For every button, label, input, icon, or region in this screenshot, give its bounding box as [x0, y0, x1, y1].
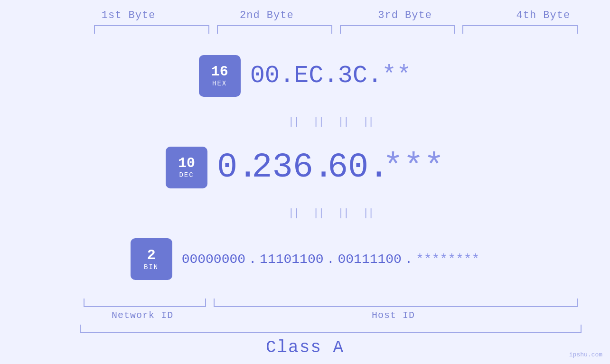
byte-header-2: 2nd Byte — [197, 9, 336, 25]
dec-val-4: *** — [383, 148, 444, 187]
eq-2-1: || — [288, 207, 299, 219]
hex-sep-3: . — [367, 62, 382, 90]
bracket-bottom-host — [214, 299, 578, 307]
bin-badge-label: BIN — [144, 263, 159, 271]
class-label: Class A — [28, 338, 582, 357]
network-id-label: Network ID — [80, 310, 205, 321]
dec-val-3: 60 — [328, 148, 368, 187]
byte-header-4: 4th Byte — [474, 9, 610, 25]
hex-badge-label: HEX — [212, 80, 227, 87]
hex-values: 00 . EC . 3C . ** — [250, 62, 412, 90]
hex-val-3: 3C — [338, 62, 367, 90]
eq-2-2: || — [313, 207, 323, 219]
eq-1-2: || — [313, 116, 323, 128]
dec-values: 0 . 236 . 60 . *** — [217, 148, 444, 187]
dec-badge-number: 10 — [178, 156, 195, 171]
bracket-top-3 — [340, 25, 455, 34]
bin-val-2: 11101100 — [260, 252, 323, 267]
bin-badge-number: 2 — [147, 248, 156, 263]
byte-header-1: 1st Byte — [59, 9, 197, 25]
equals-row-1: || || || || — [288, 113, 374, 130]
dec-sep-3: . — [368, 148, 383, 187]
bin-val-4: ******** — [416, 252, 479, 267]
eq-1-1: || — [288, 116, 299, 128]
byte-headers-row: 1st Byte 2nd Byte 3rd Byte 4th Byte — [59, 9, 610, 25]
dec-val-1: 0 — [217, 148, 237, 187]
dec-row: 10 DEC 0 . 236 . 60 . *** — [166, 130, 444, 205]
dec-sep-1: . — [237, 148, 252, 187]
equals-section-2: || || || || — [288, 207, 374, 219]
hex-val-2: EC — [294, 62, 323, 90]
bin-values: 00000000 . 11101100 . 00111100 . *******… — [182, 252, 480, 267]
bracket-top-4 — [462, 25, 578, 34]
byte-header-3: 3rd Byte — [336, 9, 474, 25]
full-bottom-bracket — [80, 325, 582, 333]
bin-badge: 2 BIN — [131, 238, 172, 280]
dec-badge: 10 DEC — [166, 147, 207, 188]
eq-1-4: || — [363, 116, 373, 128]
hex-badge: 16 HEX — [199, 55, 241, 97]
top-brackets — [90, 25, 582, 34]
bracket-bottom-network — [84, 299, 206, 307]
hex-val-4: ** — [382, 62, 411, 90]
hex-sep-2: . — [324, 62, 338, 90]
bin-val-3: 00111100 — [338, 252, 402, 267]
hex-badge-number: 16 — [211, 64, 228, 80]
eq-1-3: || — [338, 116, 348, 128]
bin-val-1: 00000000 — [182, 252, 245, 267]
bin-sep-3: . — [402, 252, 416, 267]
dec-badge-label: DEC — [179, 171, 194, 179]
bottom-brackets-container — [80, 299, 582, 307]
main-container: 1st Byte 2nd Byte 3rd Byte 4th Byte 16 H… — [0, 0, 610, 364]
bin-row: 2 BIN 00000000 . 11101100 . 00111100 . *… — [131, 222, 480, 297]
equals-row-2: || || || || — [288, 205, 374, 222]
bin-sep-2: . — [324, 252, 338, 267]
dec-sep-2: . — [313, 148, 328, 187]
attribution: ipshu.com — [569, 351, 602, 358]
host-id-label: Host ID — [205, 310, 582, 321]
dec-val-2: 236 — [252, 148, 313, 187]
eq-2-3: || — [338, 207, 348, 219]
hex-sep-1: . — [280, 62, 294, 90]
hex-row: 16 HEX 00 . EC . 3C . ** — [199, 38, 412, 113]
equals-section-1: || || || || — [288, 116, 374, 128]
hex-val-1: 00 — [250, 62, 280, 90]
bracket-top-2 — [217, 25, 332, 34]
eq-2-4: || — [363, 207, 373, 219]
bracket-top-1 — [94, 25, 209, 34]
id-labels-row: Network ID Host ID — [80, 310, 582, 321]
bin-sep-1: . — [245, 252, 260, 267]
